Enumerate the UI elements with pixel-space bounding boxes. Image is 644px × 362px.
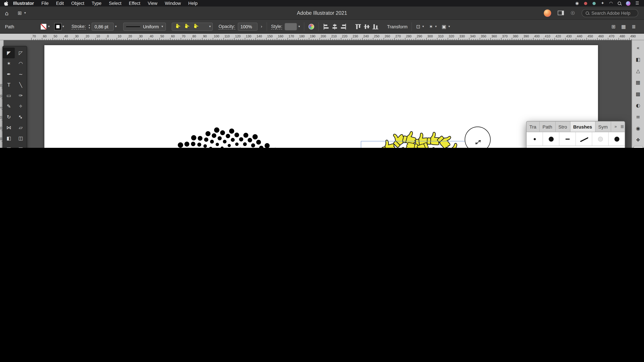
free-transform-tool[interactable]: ▱ xyxy=(15,122,27,133)
screen-recording-icon[interactable]: ◉ xyxy=(575,1,579,5)
brush-dot-faint[interactable] xyxy=(592,132,608,146)
style-dropdown-icon[interactable]: ▾ xyxy=(298,25,300,28)
isolate-selected-object-button[interactable]: ⊡▾ xyxy=(416,24,424,29)
align-right-button[interactable] xyxy=(340,23,347,30)
menu-item-edit[interactable]: Edit xyxy=(52,0,68,6)
apple-menu-icon[interactable] xyxy=(4,1,8,6)
workspace-switcher[interactable]: ⊞ ▾ xyxy=(18,10,26,15)
siri-icon[interactable] xyxy=(626,1,630,5)
rotate-tool[interactable]: ↻ xyxy=(3,112,15,122)
style-panel-link[interactable]: Style: xyxy=(271,24,282,29)
menu-item-view[interactable]: View xyxy=(144,0,161,6)
panel-tab-brushes[interactable]: Brushes xyxy=(570,121,595,132)
line-segment-tool[interactable]: ╲ xyxy=(15,80,27,90)
pen-tool[interactable]: ✒ xyxy=(3,69,15,80)
dock-graphic-styles[interactable]: ❖ xyxy=(633,135,643,145)
dock-collapse-dock[interactable]: « xyxy=(633,43,643,53)
notification-red-icon[interactable]: ● xyxy=(584,1,587,5)
artboard[interactable] xyxy=(44,45,598,148)
perspective-grid-tool[interactable]: ◫ xyxy=(15,133,27,144)
menu-item-help[interactable]: Help xyxy=(185,0,201,6)
transform-panel-link[interactable]: Transform xyxy=(387,24,408,29)
fill-swatch[interactable] xyxy=(40,23,47,30)
keyboard-brightness-icon[interactable]: ✦ xyxy=(601,1,604,5)
dock-color-guide[interactable]: △ xyxy=(633,66,643,76)
spotlight-search-icon[interactable] xyxy=(618,2,621,5)
dock-color[interactable]: ◧ xyxy=(633,54,643,65)
panel-tab-path[interactable]: Path xyxy=(540,121,556,132)
style-swatch[interactable] xyxy=(285,23,297,30)
menu-item-object[interactable]: Object xyxy=(68,0,88,6)
menu-item-type[interactable]: Type xyxy=(88,0,105,6)
stroke-panel-link[interactable]: Stroke: xyxy=(72,24,86,29)
align-center-v-button[interactable] xyxy=(364,23,370,30)
align-left-button[interactable] xyxy=(323,23,330,30)
stroke-weight-stepper[interactable]: ▴ ▾ xyxy=(89,24,90,29)
magic-wand-tool[interactable]: ✶ xyxy=(3,58,15,69)
stroke-weight-field[interactable]: 0,86 pt xyxy=(92,22,114,30)
dock-appearance[interactable]: ◉ xyxy=(633,123,643,134)
selection-tool[interactable]: ◤ xyxy=(3,48,15,58)
discover-lightbulb-icon[interactable]: ☉ xyxy=(570,10,575,15)
shaper-tool[interactable]: ✧ xyxy=(15,101,27,112)
control-center-icon[interactable]: ☰ xyxy=(636,1,639,5)
opacity-panel-link[interactable]: Opacity: xyxy=(218,24,235,29)
stroke-weight-dropdown-icon[interactable]: ▾ xyxy=(115,25,117,28)
panel-tab-tra[interactable]: Tra xyxy=(526,121,540,132)
brush-dash-small[interactable] xyxy=(560,132,576,146)
align-center-h-button[interactable] xyxy=(332,23,338,30)
stroke-swatch[interactable] xyxy=(55,23,61,30)
stepper-up-icon[interactable]: ▴ xyxy=(89,24,90,26)
recolor-artwork-button[interactable] xyxy=(308,24,314,29)
control-panel-menu-icon[interactable]: ≣ xyxy=(632,24,636,29)
shape-builder-tool[interactable]: ◧ xyxy=(3,133,15,144)
document-layout-icon[interactable]: ▦ xyxy=(621,24,626,29)
menu-item-window[interactable]: Window xyxy=(161,0,185,6)
rectangle-tool[interactable]: ▭ xyxy=(3,90,15,101)
curvature-tool[interactable]: ~ xyxy=(15,69,27,80)
wifi-icon[interactable]: ◠ xyxy=(609,1,613,5)
menu-item-effect[interactable]: Effect xyxy=(125,0,144,6)
panels-toggle-icon[interactable] xyxy=(558,11,564,15)
type-tool[interactable]: T xyxy=(3,80,15,90)
brush-dot-small[interactable] xyxy=(526,132,543,146)
canvas-area[interactable]: 2010010203040506070809010011012013014015… xyxy=(0,40,644,148)
dock-swatches[interactable]: ▦ xyxy=(633,77,643,88)
panel-tab-sym[interactable]: Sym xyxy=(595,121,611,132)
dock-stroke[interactable]: ≡ xyxy=(633,112,643,122)
menu-item-file[interactable]: File xyxy=(38,0,52,6)
mesh-tool[interactable]: ▦ xyxy=(3,144,15,148)
basic-brush-row[interactable]: Basic xyxy=(526,146,625,148)
sc ale-tool[interactable]: ↔ xyxy=(15,112,27,122)
adobe-help-search-input[interactable]: Search Adobe Help xyxy=(582,9,638,17)
brush-definition-dropdown[interactable]: ▾ xyxy=(172,22,213,30)
opacity-field[interactable]: 100% xyxy=(238,22,258,30)
align-top-button[interactable] xyxy=(355,23,362,30)
fill-dropdown-icon[interactable]: ▾ xyxy=(48,25,50,28)
select-similar-options-button[interactable]: ✶▾ xyxy=(429,24,437,29)
gradient-tool[interactable]: ▥ xyxy=(15,144,27,148)
width-tool[interactable]: ⋈ xyxy=(3,122,15,133)
dock-transparency[interactable]: ◐ xyxy=(633,100,643,111)
ruler-horizontal[interactable]: 7060504030201001020304050607080901001101… xyxy=(0,34,644,40)
panel-tab-stro[interactable]: Stro xyxy=(556,121,570,132)
width-profile-dropdown[interactable]: Uniform ▾ xyxy=(123,22,166,30)
arrange-options-button[interactable]: ▣▾ xyxy=(442,24,450,29)
brush-dash-tapered[interactable] xyxy=(576,132,592,146)
opacity-expand-icon[interactable]: › xyxy=(260,24,262,29)
brush-dot-large-2[interactable] xyxy=(608,132,625,146)
menu-item-illustrator[interactable]: Illustrator xyxy=(10,0,38,6)
dock-brushes[interactable]: ✎ xyxy=(633,146,643,148)
align-bottom-button[interactable] xyxy=(372,23,379,30)
brush-dot-large[interactable] xyxy=(543,132,560,146)
stroke-dropdown-icon[interactable]: ▾ xyxy=(62,25,64,28)
stepper-down-icon[interactable]: ▾ xyxy=(89,27,90,29)
panel-menu-icon[interactable]: ≣ xyxy=(620,124,624,129)
pencil-tool[interactable]: ✎ xyxy=(3,101,15,112)
paintbrush-tool[interactable]: ✑ xyxy=(15,90,27,101)
direct-selection-tool[interactable]: ◸ xyxy=(15,48,27,58)
lasso-tool[interactable]: ◠ xyxy=(15,58,27,69)
tab-overflow-icon[interactable]: » xyxy=(614,124,617,129)
notification-teal-icon[interactable]: ● xyxy=(592,1,596,5)
account-avatar[interactable] xyxy=(544,9,551,16)
